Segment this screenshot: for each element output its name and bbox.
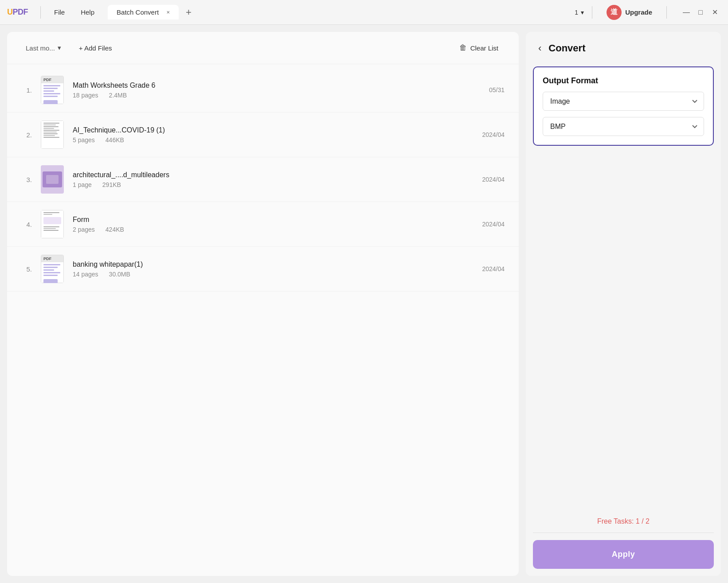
file-meta: 14 pages 30.0MB <box>73 271 473 278</box>
trash-icon: 🗑 <box>459 43 467 52</box>
file-name: AI_Technique...COVID-19 (1) <box>73 126 473 134</box>
file-panel: Last mo... ▾ + Add Files 🗑 Clear List 1.… <box>7 32 519 576</box>
maximize-button[interactable]: □ <box>694 6 707 19</box>
separator-1 <box>40 6 41 19</box>
app-logo: UPDF <box>7 8 28 17</box>
file-name: Math Worksheets Grade 6 <box>73 82 480 89</box>
file-date: 05/31 <box>489 86 505 93</box>
file-meta: 5 pages 446KB <box>73 136 473 144</box>
free-tasks-label: Free Tasks: 1 / 2 <box>526 510 721 532</box>
file-number: 1. <box>21 86 32 94</box>
window-controls: — □ ✕ <box>680 6 721 19</box>
file-pages: 1 page <box>73 181 92 188</box>
file-meta: 2 pages 424KB <box>73 226 473 233</box>
file-info: Form 2 pages 424KB <box>73 216 473 233</box>
format-subtype-select[interactable]: BMP JPEG PNG TIFF <box>543 117 704 136</box>
file-thumbnail: PDF <box>41 255 64 283</box>
clear-list-label: Clear List <box>470 44 498 52</box>
file-size: 446KB <box>106 136 124 144</box>
file-size: 2.4MB <box>109 92 127 99</box>
list-item: 3. architectural_....d_multileaders 1 pa… <box>7 157 519 202</box>
sort-dropdown-icon: ▾ <box>58 44 61 52</box>
titlebar-right: 1 ▾ 道 Upgrade — □ ✕ <box>575 2 721 23</box>
file-number: 2. <box>21 131 32 139</box>
upgrade-label: Upgrade <box>625 8 652 16</box>
clear-list-button[interactable]: 🗑 Clear List <box>453 41 505 55</box>
file-list: 1. PDF Math W <box>7 64 519 576</box>
file-pages: 2 pages <box>73 226 95 233</box>
file-date: 2024/04 <box>482 131 505 138</box>
format-type-select[interactable]: Image Word Excel PowerPoint HTML Text <box>543 92 704 111</box>
close-button[interactable]: ✕ <box>708 6 721 19</box>
add-files-label: + Add Files <box>79 44 112 52</box>
file-thumbnail: PDF <box>41 76 64 104</box>
file-date: 2024/04 <box>482 176 505 183</box>
file-info: architectural_....d_multileaders 1 page … <box>73 171 473 188</box>
file-pages: 18 pages <box>73 92 98 99</box>
batch-convert-tab[interactable]: Batch Convert × <box>108 5 179 19</box>
file-thumbnail <box>41 165 64 194</box>
sort-button[interactable]: Last mo... ▾ <box>21 41 66 54</box>
add-files-button[interactable]: + Add Files <box>73 42 118 54</box>
sort-label: Last mo... <box>26 44 55 52</box>
new-tab-button[interactable]: + <box>182 5 195 20</box>
tab-count: 1 ▾ <box>575 9 584 16</box>
separator-3 <box>666 6 667 19</box>
minimize-button[interactable]: — <box>680 6 693 19</box>
main-content: Last mo... ▾ + Add Files 🗑 Clear List 1.… <box>0 25 728 583</box>
file-thumbnail <box>41 210 64 238</box>
file-pages: 14 pages <box>73 271 98 278</box>
output-format-section: Output Format Image Word Excel PowerPoin… <box>533 66 714 146</box>
file-meta: 18 pages 2.4MB <box>73 92 480 99</box>
tab-close-icon[interactable]: × <box>166 9 170 16</box>
file-name: banking whitepapar(1) <box>73 260 473 268</box>
list-item: 5. PDF bankin <box>7 247 519 292</box>
panel-divider <box>533 532 714 533</box>
file-size: 424KB <box>106 226 124 233</box>
back-button[interactable]: ‹ <box>536 41 543 56</box>
file-thumbnail <box>41 120 64 149</box>
file-menu-button[interactable]: File <box>48 6 71 19</box>
file-number: 5. <box>21 265 32 273</box>
tab-area: Batch Convert × + <box>108 5 568 20</box>
panel-spacer <box>526 149 721 510</box>
file-pages: 5 pages <box>73 136 95 144</box>
file-size: 30.0MB <box>109 271 130 278</box>
back-icon: ‹ <box>538 43 541 54</box>
logo-text: UPDF <box>7 8 28 17</box>
list-item: 2. <box>7 113 519 157</box>
file-date: 2024/04 <box>482 221 505 228</box>
file-name: Form <box>73 216 473 224</box>
list-item: 1. PDF Math W <box>7 68 519 113</box>
convert-panel: ‹ Convert Output Format Image Word Excel… <box>526 32 721 576</box>
file-number: 4. <box>21 221 32 228</box>
output-format-title: Output Format <box>543 76 704 86</box>
file-date: 2024/04 <box>482 265 505 272</box>
tab-label: Batch Convert <box>117 8 159 16</box>
separator-2 <box>592 6 592 19</box>
file-meta: 1 page 291KB <box>73 181 473 188</box>
file-toolbar: Last mo... ▾ + Add Files 🗑 Clear List <box>7 32 519 64</box>
help-menu-button[interactable]: Help <box>74 6 101 19</box>
file-number: 3. <box>21 176 32 183</box>
apply-button[interactable]: Apply <box>533 540 714 569</box>
file-size: 291KB <box>102 181 121 188</box>
list-item: 4. Form <box>7 202 519 247</box>
file-info: banking whitepapar(1) 14 pages 30.0MB <box>73 260 473 278</box>
user-avatar: 道 <box>607 5 622 20</box>
convert-header: ‹ Convert <box>526 32 721 63</box>
count-number: 1 <box>575 9 578 16</box>
file-info: AI_Technique...COVID-19 (1) 5 pages 446K… <box>73 126 473 144</box>
file-info: Math Worksheets Grade 6 18 pages 2.4MB <box>73 82 480 99</box>
titlebar: UPDF File Help Batch Convert × + 1 ▾ 道 U… <box>0 0 728 25</box>
convert-title: Convert <box>548 43 585 54</box>
count-dropdown-icon[interactable]: ▾ <box>581 9 584 16</box>
upgrade-button[interactable]: 道 Upgrade <box>600 2 658 23</box>
file-name: architectural_....d_multileaders <box>73 171 473 179</box>
